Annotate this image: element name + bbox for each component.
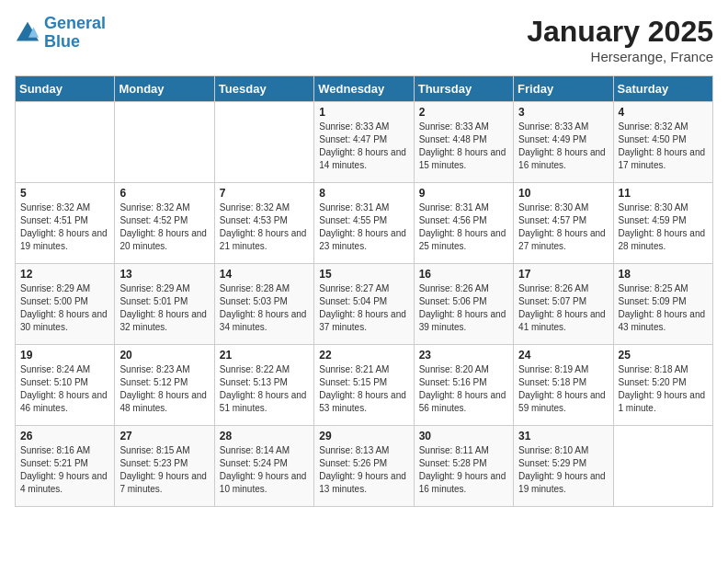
day-info: Sunrise: 8:13 AMSunset: 5:26 PMDaylight:… [319,444,408,496]
day-number: 15 [319,268,408,281]
logo-line2: Blue [44,32,80,51]
day-info: Sunrise: 8:32 AMSunset: 4:53 PMDaylight:… [220,201,309,253]
logo-text: General Blue [44,15,106,52]
week-row-5: 26Sunrise: 8:16 AMSunset: 5:21 PMDayligh… [16,426,713,507]
day-info: Sunrise: 8:23 AMSunset: 5:12 PMDaylight:… [119,363,209,415]
day-number: 20 [119,349,209,362]
day-info: Sunrise: 8:27 AMSunset: 5:04 PMDaylight:… [319,282,408,334]
day-cell: 18Sunrise: 8:25 AMSunset: 5:09 PMDayligh… [613,264,712,345]
day-info: Sunrise: 8:28 AMSunset: 5:03 PMDaylight:… [220,282,309,334]
week-row-4: 19Sunrise: 8:24 AMSunset: 5:10 PMDayligh… [16,345,713,426]
day-cell [115,102,214,183]
day-info: Sunrise: 8:19 AMSunset: 5:18 PMDaylight:… [518,363,608,415]
day-number: 26 [20,430,109,442]
day-cell: 14Sunrise: 8:28 AMSunset: 5:03 PMDayligh… [214,264,313,345]
day-info: Sunrise: 8:29 AMSunset: 5:01 PMDaylight:… [119,282,209,334]
logo-icon [15,20,40,46]
header-thursday: Thursday [414,76,513,102]
day-info: Sunrise: 8:29 AMSunset: 5:00 PMDaylight:… [20,282,109,334]
day-number: 27 [119,430,209,442]
day-info: Sunrise: 8:33 AMSunset: 4:47 PMDaylight:… [319,121,408,172]
header-tuesday: Tuesday [214,76,313,102]
day-number: 25 [619,349,708,362]
calendar-table: SundayMondayTuesdayWednesdayThursdayFrid… [15,75,713,507]
day-cell: 25Sunrise: 8:18 AMSunset: 5:20 PMDayligh… [613,345,712,426]
day-cell: 1Sunrise: 8:33 AMSunset: 4:47 PMDaylight… [314,102,414,183]
day-cell [214,102,313,183]
day-number: 12 [20,268,109,281]
day-cell: 15Sunrise: 8:27 AMSunset: 5:04 PMDayligh… [314,264,414,345]
logo-line1: General [44,14,106,32]
header-saturday: Saturday [613,76,712,102]
day-cell: 21Sunrise: 8:22 AMSunset: 5:13 PMDayligh… [214,345,313,426]
location: Herserange, France [527,49,713,64]
day-cell: 6Sunrise: 8:32 AMSunset: 4:52 PMDaylight… [115,183,214,264]
day-number: 6 [119,187,209,200]
header-sunday: Sunday [16,76,115,102]
day-info: Sunrise: 8:26 AMSunset: 5:06 PMDaylight:… [419,282,508,334]
day-cell [16,102,115,183]
day-cell: 11Sunrise: 8:30 AMSunset: 4:59 PMDayligh… [613,183,712,264]
day-info: Sunrise: 8:33 AMSunset: 4:49 PMDaylight:… [518,121,608,172]
day-cell: 19Sunrise: 8:24 AMSunset: 5:10 PMDayligh… [16,345,115,426]
day-info: Sunrise: 8:20 AMSunset: 5:16 PMDaylight:… [419,363,508,415]
logo: General Blue [15,15,106,52]
day-cell: 9Sunrise: 8:31 AMSunset: 4:56 PMDaylight… [414,183,513,264]
day-info: Sunrise: 8:32 AMSunset: 4:51 PMDaylight:… [20,201,109,253]
day-info: Sunrise: 8:10 AMSunset: 5:29 PMDaylight:… [518,444,608,496]
day-number: 10 [518,187,608,200]
day-info: Sunrise: 8:31 AMSunset: 4:56 PMDaylight:… [419,201,508,253]
day-cell: 24Sunrise: 8:19 AMSunset: 5:18 PMDayligh… [514,345,613,426]
day-info: Sunrise: 8:14 AMSunset: 5:24 PMDaylight:… [220,444,309,496]
day-cell: 2Sunrise: 8:33 AMSunset: 4:48 PMDaylight… [414,102,513,183]
day-number: 4 [619,106,708,119]
day-cell: 23Sunrise: 8:20 AMSunset: 5:16 PMDayligh… [414,345,513,426]
day-number: 7 [220,187,309,200]
day-cell: 29Sunrise: 8:13 AMSunset: 5:26 PMDayligh… [314,426,414,507]
day-info: Sunrise: 8:22 AMSunset: 5:13 PMDaylight:… [220,363,309,415]
day-number: 29 [319,430,408,442]
week-row-3: 12Sunrise: 8:29 AMSunset: 5:00 PMDayligh… [16,264,713,345]
day-cell: 30Sunrise: 8:11 AMSunset: 5:28 PMDayligh… [414,426,513,507]
day-cell: 26Sunrise: 8:16 AMSunset: 5:21 PMDayligh… [16,426,115,507]
day-cell: 3Sunrise: 8:33 AMSunset: 4:49 PMDaylight… [514,102,613,183]
title-area: January 2025 Herserange, France [527,15,713,64]
day-info: Sunrise: 8:30 AMSunset: 4:57 PMDaylight:… [518,201,608,253]
day-info: Sunrise: 8:15 AMSunset: 5:23 PMDaylight:… [119,444,209,496]
day-cell: 13Sunrise: 8:29 AMSunset: 5:01 PMDayligh… [115,264,214,345]
day-info: Sunrise: 8:32 AMSunset: 4:52 PMDaylight:… [119,201,209,253]
day-number: 28 [220,430,309,442]
header-wednesday: Wednesday [314,76,414,102]
day-info: Sunrise: 8:25 AMSunset: 5:09 PMDaylight:… [619,282,708,334]
day-number: 3 [518,106,608,119]
day-number: 19 [20,349,109,362]
day-cell: 8Sunrise: 8:31 AMSunset: 4:55 PMDaylight… [314,183,414,264]
day-cell: 10Sunrise: 8:30 AMSunset: 4:57 PMDayligh… [514,183,613,264]
day-number: 30 [419,430,508,442]
day-cell: 22Sunrise: 8:21 AMSunset: 5:15 PMDayligh… [314,345,414,426]
day-info: Sunrise: 8:11 AMSunset: 5:28 PMDaylight:… [419,444,508,496]
day-info: Sunrise: 8:16 AMSunset: 5:21 PMDaylight:… [20,444,109,496]
day-cell: 7Sunrise: 8:32 AMSunset: 4:53 PMDaylight… [214,183,313,264]
day-number: 16 [419,268,508,281]
day-info: Sunrise: 8:26 AMSunset: 5:07 PMDaylight:… [518,282,608,334]
day-number: 22 [319,349,408,362]
week-row-1: 1Sunrise: 8:33 AMSunset: 4:47 PMDaylight… [16,102,713,183]
day-info: Sunrise: 8:30 AMSunset: 4:59 PMDaylight:… [619,201,708,253]
day-number: 18 [619,268,708,281]
day-number: 24 [518,349,608,362]
week-row-2: 5Sunrise: 8:32 AMSunset: 4:51 PMDaylight… [16,183,713,264]
day-info: Sunrise: 8:32 AMSunset: 4:50 PMDaylight:… [619,121,708,172]
day-cell: 17Sunrise: 8:26 AMSunset: 5:07 PMDayligh… [514,264,613,345]
day-info: Sunrise: 8:18 AMSunset: 5:20 PMDaylight:… [619,363,708,415]
day-number: 31 [518,430,608,442]
day-cell: 5Sunrise: 8:32 AMSunset: 4:51 PMDaylight… [16,183,115,264]
day-info: Sunrise: 8:21 AMSunset: 5:15 PMDaylight:… [319,363,408,415]
day-number: 23 [419,349,508,362]
day-number: 21 [220,349,309,362]
header-monday: Monday [115,76,214,102]
day-number: 13 [119,268,209,281]
header-friday: Friday [514,76,613,102]
day-number: 14 [220,268,309,281]
day-cell: 4Sunrise: 8:32 AMSunset: 4:50 PMDaylight… [613,102,712,183]
